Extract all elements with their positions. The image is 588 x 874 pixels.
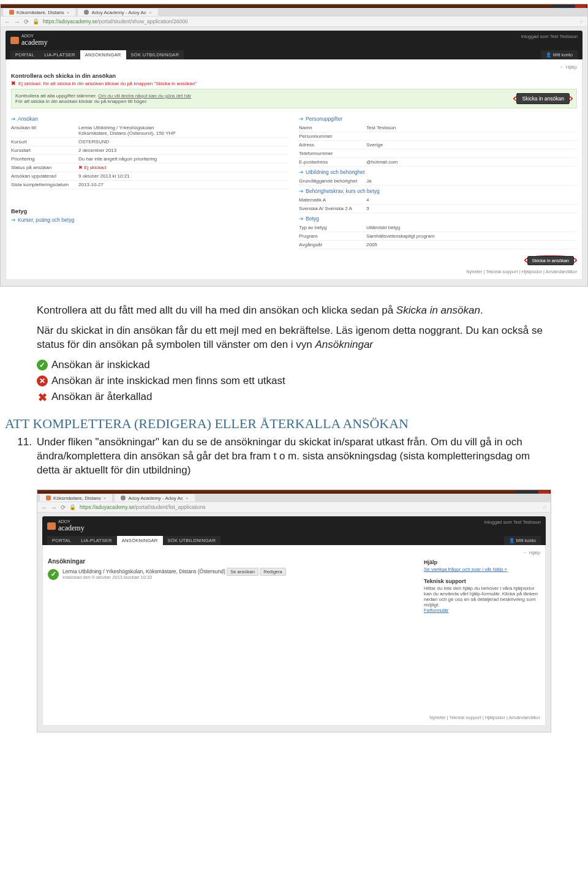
nav-portal[interactable]: PORTAL xyxy=(47,536,76,545)
help-link[interactable]: ← Hjälp xyxy=(48,550,540,556)
nav-portal[interactable]: PORTAL xyxy=(10,50,39,59)
lock-icon: 🔒 xyxy=(32,18,39,24)
nav-reload-icon[interactable]: ⟳ xyxy=(24,18,29,25)
tab-close-icon[interactable]: × xyxy=(104,495,107,501)
sidebar: Hjälp Se vanliga frågor och svar i vår h… xyxy=(424,558,540,613)
tab-title: Köksmästare, Distans xyxy=(53,495,101,501)
main-nav: PORTAL LIA-PLATSER ANSÖKNINGAR SÖK UTBIL… xyxy=(10,50,578,59)
footer-links[interactable]: Nyheter | Teknisk support | Hjälpsidor |… xyxy=(48,715,540,720)
label: Svenska A/ Svenska 2 A xyxy=(299,206,366,211)
screenshot-application-review: Köksmästare, Distans× Adoy Academy - Ado… xyxy=(0,4,588,287)
browser-tab-active[interactable]: Adoy Academy - Adoy Ac× xyxy=(78,9,157,16)
nav-back-icon[interactable]: ← xyxy=(41,504,47,511)
behorighet-link[interactable]: ➔Behörighetskrav, kurs och betyg xyxy=(299,188,577,194)
sidebar-heading: Teknisk support xyxy=(424,578,540,584)
help-link[interactable]: ← Hjälp xyxy=(11,64,577,70)
value: 2005 xyxy=(366,242,377,247)
paragraph: Kontrollera att du fått med allt du vill… xyxy=(37,304,551,318)
nav-forward-icon[interactable]: → xyxy=(51,504,57,511)
value: Ja xyxy=(366,178,371,184)
label: Adress xyxy=(299,142,366,148)
screenshot-applications-list: Köksmästare, Distans× Adoy Academy - Ado… xyxy=(37,489,551,733)
tab-close-icon[interactable]: × xyxy=(149,10,152,15)
arrow-right-icon: ➔ xyxy=(11,116,16,122)
section-betyg[interactable]: ➔Betyg xyxy=(299,216,577,222)
browser-addressbar: ← → ⟳ 🔒 https://adoyacademy.se/portal/st… xyxy=(1,17,587,27)
url-text[interactable]: https://adoyacademy.se/portal/student/li… xyxy=(80,504,205,510)
value: Utländskt betyg xyxy=(366,225,400,230)
nav-back-icon[interactable]: ← xyxy=(4,18,10,25)
application-row: ✓ Lernia Utbildning / Yrkeshögskolan, Kö… xyxy=(48,568,415,580)
nav-lia[interactable]: LIA-PLATSER xyxy=(39,50,80,59)
submit-button[interactable]: Skicka in ansökan xyxy=(516,93,570,104)
bookmark-star-icon[interactable]: ☆ xyxy=(542,504,547,510)
browser-tabstrip: Köksmästare, Distans× Adoy Academy - Ado… xyxy=(1,8,587,17)
brand[interactable]: ADOY academy xyxy=(47,519,484,533)
edit-button[interactable]: Redigera xyxy=(260,568,285,576)
bookmark-star-icon[interactable]: ☆ xyxy=(579,18,584,24)
nav-sok-utbildningar[interactable]: SÖK UTBILDNINGAR xyxy=(163,536,221,545)
url-text[interactable]: https://adoyacademy.se/portal/student/sh… xyxy=(43,18,188,24)
help-faq-link[interactable]: Se vanliga frågor och svar i vår hjälp » xyxy=(424,567,507,572)
status-alert: ✖ Ej skickad, för att skicka in din ansö… xyxy=(11,80,577,86)
nav-forward-icon[interactable]: → xyxy=(14,18,20,25)
tab-close-icon[interactable]: × xyxy=(186,495,189,501)
brand[interactable]: ADOY academy xyxy=(10,34,521,47)
value: 2 december 2013 xyxy=(78,148,116,153)
window-minimize[interactable] xyxy=(515,491,526,494)
browser-tab[interactable]: Köksmästare, Distans× xyxy=(3,9,75,16)
tab-close-icon[interactable]: × xyxy=(67,10,70,15)
window-maximize[interactable] xyxy=(564,5,575,8)
window-minimize[interactable] xyxy=(552,5,563,8)
section-personuppgifter[interactable]: ➔Personuppgifter xyxy=(299,116,577,122)
logo-icon xyxy=(10,37,19,44)
brand-name: academy xyxy=(21,38,48,47)
submit-button-bottom[interactable]: Skicka in ansökan xyxy=(527,256,574,265)
label: Personnummer xyxy=(299,134,366,139)
info-box-text: Kontrollera att alla uppgifter stämmer. … xyxy=(15,93,191,104)
alert-text: Ej skickad, för att skicka in din ansöka… xyxy=(18,81,197,86)
site-header: Inloggad som Test Testsson ADOY academy … xyxy=(42,516,546,545)
account-button[interactable]: 👤 Mitt konto xyxy=(504,536,541,545)
nav-ansokningar[interactable]: ANSÖKNINGAR xyxy=(80,50,126,59)
nav-sok-utbildningar[interactable]: SÖK UTBILDNINGAR xyxy=(126,50,184,59)
browser-addressbar: ← → ⟳ 🔒 https://adoyacademy.se/portal/st… xyxy=(37,502,551,513)
arrow-right-icon: ➔ xyxy=(299,169,304,175)
label: Sista kompletteringsdatum xyxy=(11,182,78,187)
window-close[interactable] xyxy=(538,491,549,494)
label: Grundläggande behörighet xyxy=(299,178,366,184)
application-name[interactable]: Lernia Utbildning / Yrkeshögskolan, Köks… xyxy=(62,568,225,575)
nav-lia[interactable]: LIA-PLATSER xyxy=(76,536,117,545)
logged-in-user: Inloggad som Test Testsson xyxy=(521,34,578,39)
betyg-link[interactable]: ➔Kurser, poäng och betyg xyxy=(11,217,289,223)
window-maximize[interactable] xyxy=(527,491,538,494)
browser-tab[interactable]: Köksmästare, Distans× xyxy=(40,494,112,502)
highlight-circle: Skicka in ansökan xyxy=(524,255,577,265)
view-button[interactable]: Se ansökan xyxy=(227,568,258,576)
value: Sverige xyxy=(366,142,383,148)
main-nav: PORTAL LIA-PLATSER ANSÖKNINGAR SÖK UTBIL… xyxy=(47,536,541,545)
brand-top: ADOY xyxy=(21,34,48,38)
arrow-right-icon: ➔ xyxy=(299,116,304,122)
favicon-icon xyxy=(84,10,89,15)
edit-link[interactable]: Om du vill ändra något kan du göra det h… xyxy=(98,93,191,99)
footer-links[interactable]: Nyheter | Teknisk support | Hjälpsidor |… xyxy=(11,269,577,274)
value: 3 xyxy=(366,206,369,211)
label: Telefonnummer xyxy=(299,151,366,156)
browser-tab-active[interactable]: Adoy Academy - Adoy Ac× xyxy=(115,494,194,502)
x-circle-icon: ✕ xyxy=(37,375,48,386)
support-form-link[interactable]: Felformulär xyxy=(424,608,448,613)
section-ansokan[interactable]: ➔Ansökan xyxy=(11,116,289,122)
brand-top: ADOY xyxy=(58,519,85,524)
emphasis: Ansökningar xyxy=(315,339,374,350)
x-icon: ✖ xyxy=(37,390,48,405)
nav-ansokningar[interactable]: ANSÖKNINGAR xyxy=(117,536,163,545)
window-close[interactable] xyxy=(575,5,586,8)
nav-reload-icon[interactable]: ⟳ xyxy=(61,504,66,511)
status-ok: ✓Ansökan är inskickad xyxy=(37,358,551,372)
label: Ansökan till xyxy=(11,125,78,136)
arrow-right-icon: ➔ xyxy=(299,216,304,222)
account-button[interactable]: 👤 Mitt konto xyxy=(541,50,578,59)
section-utbildning[interactable]: ➔Utbildning och behörighet xyxy=(299,169,577,175)
value: 9 oktober 2013 kl 10:21 xyxy=(78,173,130,179)
